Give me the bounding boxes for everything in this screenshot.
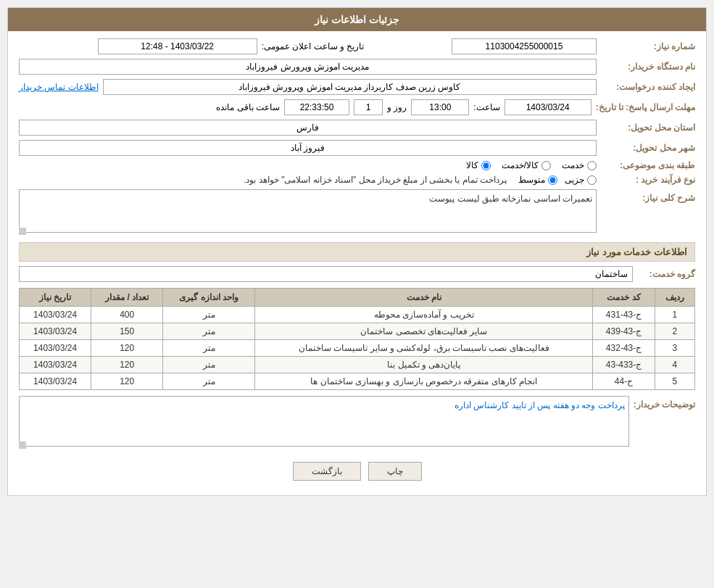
- radio-kala[interactable]: [481, 161, 491, 170]
- header-title: جزئیات اطلاعات نیاز: [315, 14, 399, 25]
- label-jozii: جزیی: [565, 175, 584, 185]
- purchase-type-label: نوع فرآیند خرید :: [601, 175, 695, 185]
- cell-service-code: ج-43-431: [593, 307, 655, 323]
- category-option-kala[interactable]: کالا: [466, 160, 491, 170]
- deadline-days: 1: [354, 99, 383, 115]
- cell-quantity: 120: [91, 373, 163, 390]
- city-label: شهر محل تحویل:: [601, 143, 695, 153]
- notes-resize-handle: [19, 442, 26, 449]
- creator-label: ایجاد کننده درخواست:: [601, 82, 695, 92]
- cell-quantity: 120: [91, 340, 163, 357]
- content-area: شماره نیاز: 1103004255000015 تاریخ و ساع…: [8, 31, 706, 495]
- table-row: 5 ح-44 انجام کارهای متفرقه درخصوص بازساز…: [20, 373, 695, 390]
- col-service-name: نام خدمت: [255, 289, 593, 307]
- creator-value: کاوس زرین صدف کاربرداز مدیریت اموزش وپرو…: [103, 79, 597, 95]
- cell-row-num: 2: [655, 323, 694, 340]
- col-need-date: تاریخ نیاز: [20, 289, 91, 307]
- label-kala: کالا: [466, 160, 478, 170]
- category-option-khadamat[interactable]: خدمت: [562, 160, 597, 170]
- creator-link[interactable]: اطلاعات تماس خریدار: [19, 82, 99, 92]
- cell-row-num: 5: [655, 373, 694, 390]
- cell-need-date: 1403/03/24: [20, 323, 91, 340]
- col-quantity: تعداد / مقدار: [91, 289, 163, 307]
- cell-unit: متر: [163, 373, 255, 390]
- services-section-header: اطلاعات خدمات مورد نیاز: [19, 242, 695, 262]
- deadline-time-label: ساعت:: [473, 102, 499, 112]
- announce-value: 1403/03/22 - 12:48: [98, 38, 257, 54]
- cell-unit: متر: [163, 357, 255, 373]
- label-motavasset: متوسط: [518, 175, 545, 185]
- buyer-notes-label: توضیحات خریدار:: [634, 396, 695, 410]
- radio-jozii[interactable]: [587, 175, 597, 185]
- main-container: جزئیات اطلاعات نیاز شماره نیاز: 11030042…: [7, 7, 707, 496]
- deadline-label: مهلت ارسال پاسخ: تا تاریخ:: [596, 102, 695, 112]
- page-wrapper: جزئیات اطلاعات نیاز شماره نیاز: 11030042…: [0, 0, 714, 588]
- cell-unit: متر: [163, 323, 255, 340]
- col-service-code: کد خدمت: [593, 289, 655, 307]
- table-row: 1 ج-43-431 تخریب و آماده‌سازی محوطه متر …: [20, 307, 695, 323]
- deadline-remaining-label: ساعت باقی مانده: [216, 102, 280, 112]
- cell-service-name: تخریب و آماده‌سازی محوطه: [255, 307, 593, 323]
- province-value: فارس: [19, 120, 597, 136]
- deadline-remaining: 22:33:50: [284, 99, 349, 115]
- buyer-org-value: مدیریت اموزش وپرورش فیروزاباد: [19, 59, 597, 75]
- cell-service-code: ج-43-439: [593, 323, 655, 340]
- category-row: طبقه بندی موضوعی: خدمت کالا/خدمت کالا: [19, 160, 695, 170]
- radio-kala-khadamat[interactable]: [541, 161, 551, 170]
- back-button[interactable]: بازگشت: [293, 462, 361, 481]
- cell-service-name: سایر فعالیت‌های تخصصی ساختمان: [255, 323, 593, 340]
- cell-unit: متر: [163, 307, 255, 323]
- need-number-value: 1103004255000015: [452, 38, 597, 54]
- cell-service-name: انجام کارهای متفرقه درخصوص بازسازی و بهس…: [255, 373, 593, 390]
- services-table: ردیف کد خدمت نام خدمت واحد اندازه گیری ت…: [19, 288, 695, 390]
- service-group-label: گروه خدمت:: [637, 269, 695, 279]
- radio-motavasset[interactable]: [548, 175, 557, 185]
- cell-row-num: 3: [655, 340, 694, 357]
- deadline-time: 13:00: [411, 99, 469, 115]
- category-option-kala-khadamat[interactable]: کالا/خدمت: [502, 160, 551, 170]
- purchase-type-options: جزیی متوسط: [518, 175, 597, 185]
- cell-service-code: ح-44: [593, 373, 655, 390]
- print-button[interactable]: چاپ: [368, 462, 422, 481]
- cell-need-date: 1403/03/24: [20, 307, 91, 323]
- purchase-type-row: نوع فرآیند خرید : جزیی متوسط پرداخت تمام…: [19, 175, 695, 185]
- buyer-notes-textarea[interactable]: [19, 396, 629, 447]
- category-radio-group: خدمت کالا/خدمت کالا: [466, 160, 597, 170]
- purchase-option-motavasset[interactable]: متوسط: [518, 175, 557, 185]
- need-description-textarea[interactable]: [19, 189, 597, 233]
- need-description-row: شرح کلی نیاز:: [19, 189, 695, 235]
- province-label: استان محل تحویل:: [601, 123, 695, 133]
- purchase-note: پرداخت تمام یا بخشی از مبلغ خریداز محل "…: [244, 175, 507, 185]
- buyer-org-row: نام دستگاه خریدار: مدیریت اموزش وپرورش ف…: [19, 59, 695, 75]
- province-row: استان محل تحویل: فارس: [19, 120, 695, 136]
- col-row-num: ردیف: [655, 289, 694, 307]
- table-row: 2 ج-43-439 سایر فعالیت‌های تخصصی ساختمان…: [20, 323, 695, 340]
- cell-row-num: 4: [655, 357, 694, 373]
- page-title: جزئیات اطلاعات نیاز: [8, 8, 706, 31]
- creator-row: ایجاد کننده درخواست: کاوس زرین صدف کاربر…: [19, 79, 695, 95]
- cell-need-date: 1403/03/24: [20, 340, 91, 357]
- purchase-option-jozii[interactable]: جزیی: [565, 175, 597, 185]
- cell-service-name: پایان‌دهی و تکمیل بنا: [255, 357, 593, 373]
- cell-service-name: فعالیت‌های نصب تاسیسات برق، لوله‌کشی و س…: [255, 340, 593, 357]
- cell-quantity: 150: [91, 323, 163, 340]
- cell-quantity: 400: [91, 307, 163, 323]
- table-row: 4 ج-433-43 پایان‌دهی و تکمیل بنا متر 120…: [20, 357, 695, 373]
- need-number-row: شماره نیاز: 1103004255000015 تاریخ و ساع…: [19, 38, 695, 54]
- col-unit: واحد اندازه گیری: [163, 289, 255, 307]
- buttons-row: چاپ بازگشت: [19, 455, 695, 488]
- cell-need-date: 1403/03/24: [20, 373, 91, 390]
- deadline-date: 1403/03/24: [505, 99, 591, 115]
- radio-khadamat[interactable]: [587, 161, 597, 170]
- need-description-label: شرح کلی نیاز:: [601, 189, 695, 203]
- cell-service-code: ج-433-43: [593, 357, 655, 373]
- buyer-notes-row: توضیحات خریدار:: [19, 396, 695, 449]
- cell-need-date: 1403/03/24: [20, 357, 91, 373]
- table-row: 3 ج-43-432 فعالیت‌های نصب تاسیسات برق، ل…: [20, 340, 695, 357]
- cell-quantity: 120: [91, 357, 163, 373]
- resize-handle: [19, 228, 26, 235]
- cell-service-code: ج-43-432: [593, 340, 655, 357]
- category-label: طبقه بندی موضوعی:: [601, 160, 695, 170]
- label-kala-khadamat: کالا/خدمت: [502, 160, 539, 170]
- city-row: شهر محل تحویل: فیروز آباد: [19, 140, 695, 156]
